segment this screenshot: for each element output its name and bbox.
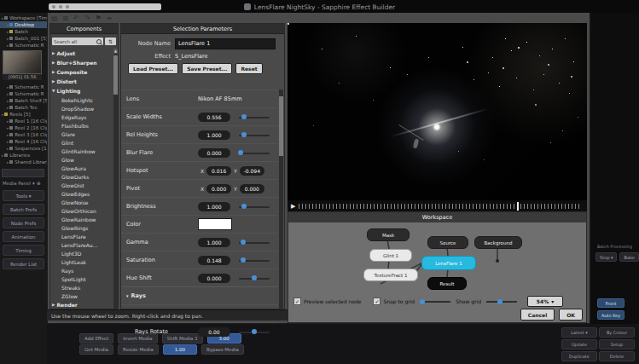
component-group[interactable]: ▶ Render [50,300,113,309]
component-item[interactable]: Glint [50,138,113,147]
component-item[interactable]: Rays [50,266,113,274]
grid-size-slider[interactable] [420,298,450,305]
component-item[interactable]: GlowRainbow [50,215,113,223]
node-result[interactable]: Result [427,277,467,290]
flame-right-button[interactable]: Stop ▾ [595,252,617,262]
component-group[interactable]: ▶ Blur+Sharpen [50,58,113,67]
tree-item[interactable]: ▸ Schematic R [0,42,47,49]
node-mask[interactable]: Mask [367,228,410,241]
slider-thumb[interactable] [241,114,247,119]
tree-item[interactable]: ▸ Batch Shelf [5] [0,97,47,104]
tree-item[interactable]: ▸ Batch_001 [5] [0,35,47,42]
flame-side-button[interactable]: Animation [3,231,44,242]
node-name-input[interactable]: LensFlare 1 [175,38,276,49]
parameter-x-field[interactable]: 0.000 [206,184,231,194]
scrollbar-thumb[interactable] [113,55,118,95]
component-item[interactable]: EdgeRays [50,113,113,121]
node-lensflare[interactable]: LensFlare 1 [421,256,476,270]
flame-pair-button[interactable]: Latest ▾ [561,327,597,338]
zoom-window-button[interactable] [66,5,69,9]
search-input[interactable]: Search all [52,38,103,45]
flame-bottom-button[interactable]: Resize Media [118,344,159,355]
flame-right-button[interactable]: Bake [619,252,638,262]
flame-right-button[interactable]: Auto Key [597,310,624,320]
tree-item[interactable]: ▸ Workspace [TimD] [0,14,47,21]
tree-item[interactable]: ▸ Batch [0,28,47,35]
component-item[interactable]: LightLeak [50,257,113,266]
parameter-slider[interactable] [239,238,270,247]
flame-bottom-button[interactable]: Add Effect [79,333,113,344]
parameter-slider[interactable] [239,148,270,158]
scroll-up-icon[interactable]: ▲ [113,49,118,54]
flame-pair-button[interactable]: Duplicate [561,351,597,361]
playhead[interactable] [517,202,519,211]
flame-side-button[interactable]: Tools ▾ [3,190,44,201]
parameter-value-field[interactable]: 1.000 [198,202,230,211]
flame-side-button[interactable]: Timing [3,245,44,256]
play-button[interactable]: ▶ [288,203,299,210]
minimize-window-button[interactable] [59,5,62,9]
component-item[interactable]: GlowOrthicon [50,206,113,215]
parameter-value-field[interactable]: 0.148 [198,256,230,265]
component-item[interactable]: Streaks [50,283,113,292]
slider-thumb[interactable] [252,275,257,280]
new-icon[interactable]: ⊞ [63,14,69,23]
resize-media-value[interactable]: 1.00 [163,344,197,355]
close-window-button[interactable] [52,5,55,9]
flame-side-button[interactable]: Batch Prefs [3,204,44,215]
component-group[interactable]: ▶ Composite [50,67,113,77]
parameter-slider[interactable] [239,274,270,283]
parameter-value-field[interactable]: 1.000 [198,130,230,140]
tree-item[interactable]: ▸ Schematic R [0,90,47,97]
slider-thumb[interactable] [420,299,425,304]
flame-pair-button[interactable]: Delete [599,351,635,361]
parameter-slider[interactable] [239,113,270,122]
tree-item[interactable]: ▸ Shared Library [0,159,47,165]
parameter-value-field[interactable]: 1.000 [198,238,230,247]
zoom-level-dropdown[interactable]: 54% ▾ [527,296,563,307]
tree-item[interactable]: ▸ Batch Tec [0,104,47,111]
component-item[interactable]: Glare [50,130,113,138]
component-item[interactable]: GlintRainbow [50,147,113,155]
component-group-lighting[interactable]: ▼ Lighting [50,86,113,95]
save-preset-button[interactable]: Save Preset... [182,63,232,74]
parameter-x-field[interactable]: 0.016 [206,166,231,176]
node-texturefract[interactable]: TextureFract 1 [363,269,418,281]
preview-viewport[interactable] [288,23,587,200]
timeline-ruler[interactable] [299,204,582,209]
component-item[interactable]: LensFlareAu... [50,240,113,249]
color-swatch[interactable] [198,218,232,230]
component-group[interactable]: ▶ Adjust [50,49,113,58]
node-glint[interactable]: Glint 1 [369,249,412,262]
flame-pair-button[interactable]: Update [561,339,597,350]
slider-thumb[interactable] [497,299,502,304]
undo-icon[interactable]: ↶ [73,14,79,23]
components-scrollbar[interactable]: ▲ [113,49,118,309]
section-arrow-icon[interactable]: ▾ [126,293,129,298]
component-item[interactable]: GlowRings [50,223,113,232]
component-item[interactable]: Light3D [50,249,113,257]
parameter-slider[interactable] [239,130,270,140]
media-panel-field[interactable] [2,169,44,177]
open-icon[interactable]: ▤ [51,14,58,23]
parameter-value-field[interactable]: 0.000 [198,148,230,158]
slider-thumb[interactable] [238,150,243,155]
flame-side-button[interactable]: Node Prefs [3,217,44,228]
component-item[interactable]: LensFlare [50,232,113,240]
component-item[interactable]: GlowEdges [50,189,113,198]
parameter-text-value[interactable]: Nikon AF 85mm [198,95,242,102]
tree-item[interactable]: ▸ Reel 1 [16 Clip] [0,118,47,124]
tree-item[interactable]: ▸ Reels [5] [0,111,47,118]
component-item[interactable]: GlowNoise [50,198,113,206]
parameter-value-field[interactable]: 0.00 [198,327,230,337]
component-item[interactable]: GlowAura [50,164,113,172]
parameters-scrollbar[interactable]: ▼ [279,90,283,320]
preview-selected-checkbox[interactable]: ✓ [293,298,301,305]
flame-pair-button[interactable]: Setup [599,339,635,350]
component-item[interactable]: SpotLight [50,274,113,283]
component-item[interactable]: GlowDist [50,181,113,189]
parameter-y-field[interactable]: 0.000 [240,184,264,194]
redo-icon[interactable]: ↷ [84,14,90,23]
media-panel-label[interactable]: Media Panel ▾ ⊕ [0,179,47,187]
tree-item[interactable]: ▸ Reel 4 [16 Clip] [0,138,47,145]
